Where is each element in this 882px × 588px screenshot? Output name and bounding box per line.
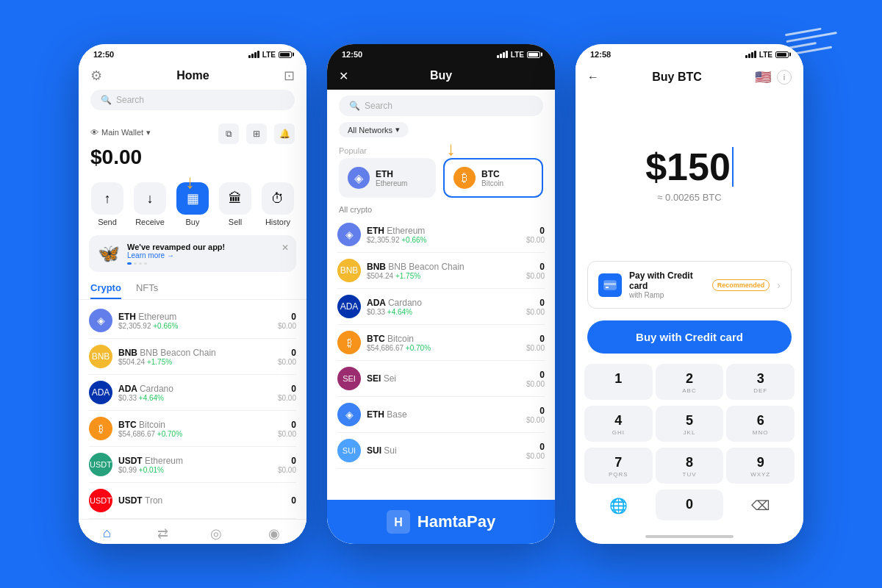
tab-nfts[interactable]: NFTs xyxy=(136,278,158,299)
popular-grid: ◈ ETH Ethereum ₿ BTC Bitcoin xyxy=(339,158,543,198)
bottom-nav-1: ⌂ Home ⇄ Swap ◎ Earn ◉ Discover xyxy=(79,519,306,544)
search-icon-2: 🔍 xyxy=(349,101,360,111)
nav-discover[interactable]: ◉ Discover xyxy=(259,526,288,544)
chevron-down-icon-2: ▾ xyxy=(395,125,400,135)
hamtapay-logo-icon: H xyxy=(387,510,410,534)
battery-1 xyxy=(279,51,292,58)
globe-key[interactable]: 🌐 xyxy=(584,490,653,520)
earn-nav-label: Earn xyxy=(208,543,223,544)
status-icons-2: LTE xyxy=(497,51,540,59)
send-icon: ↑ xyxy=(91,182,123,215)
sell-button[interactable]: 🏛 Sell xyxy=(219,182,251,226)
banner-link[interactable]: Learn more → xyxy=(127,251,225,259)
list-item[interactable]: ADA ADA Cardano $0.33 +4.64% 0 $0.00 xyxy=(89,375,296,411)
list-item[interactable]: ADA ADA Cardano $0.33 +4.64% 0 $0.00 xyxy=(337,289,545,325)
list-item[interactable]: BNB BNB BNB Beacon Chain $504.24 +1.75% … xyxy=(337,253,545,289)
bell-icon[interactable]: 🔔 xyxy=(274,123,295,144)
eth-logo-1: ◈ xyxy=(89,309,112,332)
history-button[interactable]: ⏱ History xyxy=(262,182,294,226)
list-item[interactable]: SUI SUI Sui 0 $0.00 xyxy=(337,433,545,469)
numpad: 1 2 ABC 3 DEF 4 GHI xyxy=(576,359,803,532)
network-3: LTE xyxy=(759,51,772,59)
key-2[interactable]: 2 ABC xyxy=(656,364,724,400)
buy-search-bar[interactable]: 🔍 Search xyxy=(339,96,543,116)
list-item[interactable]: ◈ ETH Base 0 $0.00 xyxy=(337,397,545,433)
gear-icon[interactable]: ⚙ xyxy=(90,68,102,84)
signal-3 xyxy=(745,51,756,58)
key-4[interactable]: 4 GHI xyxy=(584,406,653,442)
key-7[interactable]: 7 PQRS xyxy=(584,448,653,484)
buy-close-button[interactable]: ✕ xyxy=(339,69,348,83)
key-9[interactable]: 9 WXYZ xyxy=(726,448,795,484)
key-6[interactable]: 6 MNO xyxy=(726,406,795,442)
history-icon: ⏱ xyxy=(262,182,294,215)
info-icon[interactable]: i xyxy=(777,70,792,85)
action-section: ↓ ↑ Send ↓ Receive ▦ Buy 🏛 xyxy=(79,176,306,229)
payment-option[interactable]: Pay with Credit card with Ramp Recommend… xyxy=(587,261,792,309)
sui-logo: SUI xyxy=(337,439,361,462)
header-right-icons: 🇺🇸 i xyxy=(755,69,792,85)
list-item[interactable]: SEI SEI Sei 0 $0.00 xyxy=(337,361,545,397)
revamp-banner: 🦋 We've revamped our app! Learn more → ✕ xyxy=(89,235,296,272)
key-5[interactable]: 5 JKL xyxy=(656,406,724,442)
list-item[interactable]: BNB BNB BNB Beacon Chain $504.24 +1.75% … xyxy=(89,339,296,375)
flag-icon[interactable]: 🇺🇸 xyxy=(755,69,771,85)
eye-icon: 👁 xyxy=(90,128,98,137)
key-8[interactable]: 8 TUV xyxy=(656,448,724,484)
nav-swap[interactable]: ⇄ Swap xyxy=(154,526,172,544)
chevron-down-icon: ▾ xyxy=(146,128,151,137)
list-item[interactable]: USDT USDT Ethereum $0.99 +0.01% 0 $0.00 xyxy=(89,447,296,483)
key-3[interactable]: 3 DEF xyxy=(726,364,795,400)
bnb-logo-1: BNB xyxy=(89,345,112,368)
btc-logo-1: ₿ xyxy=(89,417,112,440)
buy-button[interactable]: ▦ Buy xyxy=(176,182,209,226)
list-item[interactable]: ₿ BTC Bitcoin $54,686.67 +0.70% 0 $0.00 xyxy=(89,411,296,447)
send-button[interactable]: ↑ Send xyxy=(91,182,123,226)
status-icons-3: LTE xyxy=(745,51,789,59)
usdt-tron-logo-1: USDT xyxy=(89,489,112,512)
search-icon-1: 🔍 xyxy=(101,95,112,105)
back-button[interactable]: ← xyxy=(587,71,599,84)
scan-icon[interactable]: ⊡ xyxy=(284,68,295,84)
key-1[interactable]: 1 xyxy=(584,364,653,400)
buy-btc-header: ← Buy BTC 🇺🇸 i xyxy=(576,62,803,93)
list-item[interactable]: USDT USDT Tron 0 xyxy=(89,483,296,519)
buy-credit-card-button[interactable]: Buy with Credit card xyxy=(587,320,792,354)
copy-icon[interactable]: ⧉ xyxy=(218,123,239,144)
banner-close-button[interactable]: ✕ xyxy=(282,243,289,253)
network-1: LTE xyxy=(262,51,276,59)
list-item[interactable]: ◈ ETH Ethereum $2,305.92 +0.66% 0 $0.00 xyxy=(89,303,296,339)
globe-icon: 🌐 xyxy=(609,497,628,514)
eth-popular-card[interactable]: ◈ ETH Ethereum xyxy=(339,158,436,198)
numpad-row-1: 1 2 ABC 3 DEF xyxy=(583,362,796,401)
sei-logo: SEI xyxy=(337,367,361,390)
battery-3 xyxy=(775,51,789,58)
sell-label: Sell xyxy=(229,218,242,226)
banner-emoji: 🦋 xyxy=(98,243,120,264)
btc-popular-card[interactable]: ₿ BTC Bitcoin xyxy=(443,158,543,198)
all-networks-chip[interactable]: All Networks ▾ xyxy=(339,122,409,137)
receive-icon: ↓ xyxy=(134,182,166,215)
search-bar-1[interactable]: 🔍 Search xyxy=(90,90,295,110)
time-1: 12:50 xyxy=(93,50,114,59)
numpad-row-4: 🌐 0 ⌫ xyxy=(583,488,796,522)
nav-home[interactable]: ⌂ Home xyxy=(97,526,118,544)
phone1-header: ⚙ Home ⊡ xyxy=(79,62,306,90)
tab-crypto[interactable]: Crypto xyxy=(90,278,121,299)
credit-card-icon xyxy=(598,273,622,297)
grid-icon[interactable]: ⊞ xyxy=(246,123,267,144)
list-item[interactable]: ◈ ETH Ethereum $2,305.92 +0.66% 0 $0.00 xyxy=(337,217,545,253)
cursor xyxy=(732,147,734,187)
nav-earn[interactable]: ◎ Earn xyxy=(208,526,223,544)
key-0[interactable]: 0 xyxy=(656,490,724,520)
earn-nav-icon: ◎ xyxy=(210,526,222,542)
btc-equiv: ≈ 0.00265 BTC xyxy=(657,192,721,203)
amount-display: $150 ≈ 0.00265 BTC xyxy=(576,93,803,255)
numpad-row-3: 7 PQRS 8 TUV 9 WXYZ xyxy=(583,446,796,485)
delete-key[interactable]: ⌫ xyxy=(726,490,795,520)
list-item[interactable]: ₿ BTC Bitcoin $54,686.67 +0.70% 0 $0.00 xyxy=(337,325,545,361)
btc-popular-logo: ₿ xyxy=(453,167,476,189)
signal-2 xyxy=(497,51,508,58)
receive-button[interactable]: ↓ Receive xyxy=(134,182,166,226)
eth-logo-2: ◈ xyxy=(337,223,361,246)
